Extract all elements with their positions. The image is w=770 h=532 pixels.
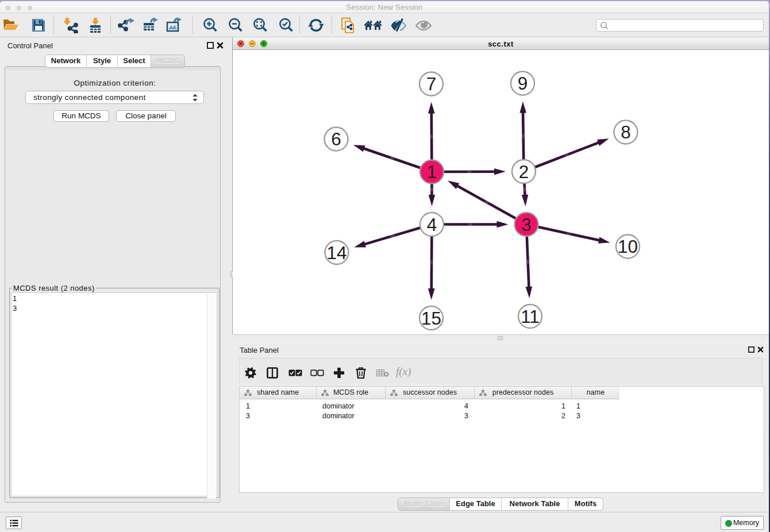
svg-text:15: 15	[421, 308, 441, 329]
svg-text:2: 2	[519, 161, 529, 182]
svg-text:10: 10	[618, 236, 638, 257]
svg-text:14: 14	[326, 242, 346, 263]
svg-text:8: 8	[621, 122, 631, 142]
svg-text:6: 6	[331, 129, 341, 149]
svg-text:3: 3	[521, 214, 532, 235]
svg-text:1: 1	[427, 161, 437, 182]
svg-text:11: 11	[521, 306, 540, 327]
svg-text:4: 4	[427, 214, 437, 235]
svg-text:7: 7	[426, 74, 437, 94]
svg-text:9: 9	[518, 73, 528, 94]
